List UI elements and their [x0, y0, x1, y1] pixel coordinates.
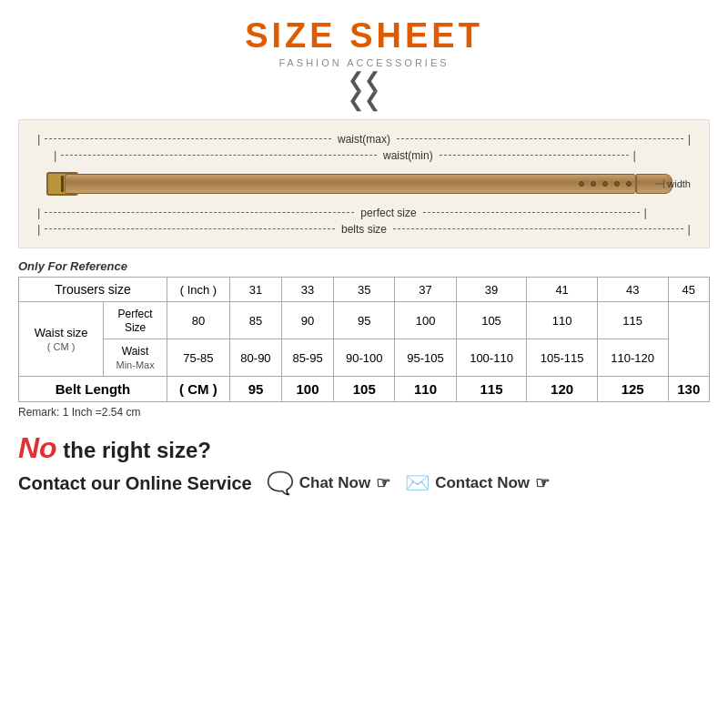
- waist-max-label: waist(max): [338, 133, 390, 146]
- inch-header: ( Inch ): [167, 278, 229, 302]
- width-text: width: [667, 178, 691, 189]
- dashed-line2: [61, 155, 377, 156]
- buckle-bar: [61, 176, 64, 192]
- bl-120: 120: [527, 377, 598, 402]
- double-chevron-icon: ❮❮❮❮: [245, 70, 483, 110]
- perfect-95: 95: [334, 302, 395, 339]
- col-31: 31: [229, 278, 281, 302]
- bracket-end4: |: [688, 222, 691, 236]
- chat-icon: 🗨️: [267, 470, 294, 496]
- width-label: ⊣ width: [654, 177, 691, 191]
- perfect-105: 105: [456, 302, 527, 339]
- trousers-size-header: Trousers size: [19, 278, 167, 302]
- belt-hole-3: [602, 181, 608, 187]
- belt-hole-5: [626, 181, 632, 187]
- dashed-line-right: [397, 138, 683, 139]
- dashed-line3: [45, 212, 354, 213]
- belt-length-row: Belt Length ( CM ) 95 100 105 110 115 12…: [19, 377, 710, 402]
- col-45: 45: [668, 278, 710, 302]
- bl-95: 95: [229, 377, 281, 402]
- bl-110: 110: [395, 377, 456, 402]
- perfect-size-sub-label: PerfectSize: [104, 302, 167, 339]
- col-43: 43: [597, 278, 668, 302]
- bl-105: 105: [334, 377, 395, 402]
- waist-min-row: | waist(min) |: [37, 148, 691, 162]
- wm-80-90: 80-90: [229, 339, 281, 377]
- belt-diagram: | waist(max) | | waist(min) |: [18, 119, 710, 248]
- title-section: SIZE SHEET FASHION ACCESSORIES ❮❮❮❮: [245, 9, 483, 110]
- col-33: 33: [282, 278, 334, 302]
- bl-125: 125: [597, 377, 668, 402]
- bracket-end2: |: [633, 148, 636, 162]
- question-text: the right size?: [57, 438, 211, 462]
- wm-100-110: 100-110: [456, 339, 527, 377]
- belt-length-label-cell: Belt Length: [19, 377, 167, 402]
- belt-body: [65, 174, 636, 194]
- waist-size-label-cell: Waist size( CM ): [19, 302, 104, 377]
- no-text: No: [18, 431, 57, 464]
- perfect-size-row: Waist size( CM ) PerfectSize 80 85 90 95…: [19, 302, 710, 339]
- perfect-size-label: perfect size: [360, 207, 416, 219]
- perfect-80: 80: [167, 302, 229, 339]
- waist-max-row: | waist(max) |: [37, 132, 691, 146]
- waist-minmax-row: WaistMin-Max 75-85 80-90 85-95 90-100 95…: [19, 339, 710, 377]
- wm-105-115: 105-115: [527, 339, 598, 377]
- contact-now-label: Contact Now: [435, 474, 530, 492]
- dashed-line3-right: [423, 212, 640, 213]
- bracket-end: |: [688, 132, 691, 146]
- belt-holes: [579, 181, 632, 187]
- wm-90-100: 90-100: [334, 339, 395, 377]
- main-title: SIZE SHEET: [245, 16, 483, 56]
- col-37: 37: [395, 278, 456, 302]
- waist-min-label: waist(min): [383, 149, 433, 162]
- dashed-line2-right: [440, 155, 629, 156]
- bracket-start4: |: [37, 222, 40, 236]
- col-39: 39: [456, 278, 527, 302]
- chat-now-button[interactable]: 🗨️ Chat Now ☞: [267, 470, 390, 496]
- wm-85-95: 85-95: [282, 339, 334, 377]
- chat-now-label: Chat Now: [299, 474, 370, 492]
- wm-75-85: 75-85: [167, 339, 229, 377]
- perfect-90: 90: [282, 302, 334, 339]
- bracket-end3: |: [644, 206, 647, 219]
- contact-now-button[interactable]: ✉️ Contact Now ☞: [405, 471, 550, 495]
- belt-length-unit-cell: ( CM ): [167, 377, 229, 402]
- belts-size-row: | belts size |: [37, 222, 691, 236]
- bl-130: 130: [668, 377, 710, 402]
- hand-icon2: ☞: [535, 473, 550, 493]
- belt-hole-4: [614, 181, 620, 187]
- belt-hole-2: [591, 181, 596, 187]
- perfect-size-row: | perfect size |: [37, 206, 691, 219]
- table-header-row: Trousers size ( Inch ) 31 33 35 37 39 41…: [19, 278, 710, 302]
- size-table: Trousers size ( Inch ) 31 33 35 37 39 41…: [18, 277, 710, 402]
- belt-image: ⊣ width: [37, 167, 691, 201]
- dashed-line: [45, 138, 331, 139]
- col-41: 41: [527, 278, 598, 302]
- bl-115: 115: [456, 377, 527, 402]
- contact-line: Contact our Online Service 🗨️ Chat Now ☞…: [18, 470, 710, 496]
- bottom-section: No the right size? Contact our Online Se…: [18, 431, 710, 496]
- belt-hole-1: [579, 181, 584, 187]
- dashed-line4: [45, 228, 335, 229]
- perfect-110: 110: [527, 302, 598, 339]
- dashed-line4-right: [393, 228, 683, 229]
- bracket-start: |: [37, 132, 40, 146]
- no-right-size-text: No the right size?: [18, 431, 710, 465]
- mail-icon: ✉️: [405, 471, 430, 495]
- perfect-85: 85: [229, 302, 281, 339]
- contact-label: Contact our Online Service: [18, 473, 252, 494]
- wm-95-105: 95-105: [395, 339, 456, 377]
- belts-size-label: belts size: [341, 223, 387, 236]
- sub-title: FASHION ACCESSORIES: [245, 57, 483, 68]
- bracket-start3: |: [37, 206, 40, 219]
- perfect-100: 100: [395, 302, 456, 339]
- bracket-start2: |: [54, 148, 56, 162]
- width-bracket: ⊣: [654, 177, 665, 191]
- waist-minmax-sub-label: WaistMin-Max: [104, 339, 167, 377]
- wm-110-120: 110-120: [597, 339, 668, 377]
- page-container: SIZE SHEET FASHION ACCESSORIES ❮❮❮❮ | wa…: [0, 0, 728, 728]
- only-ref-text: Only For Reference: [18, 259, 127, 273]
- bl-100: 100: [282, 377, 334, 402]
- perfect-115: 115: [597, 302, 668, 339]
- remark-text: Remark: 1 Inch =2.54 cm: [18, 406, 140, 419]
